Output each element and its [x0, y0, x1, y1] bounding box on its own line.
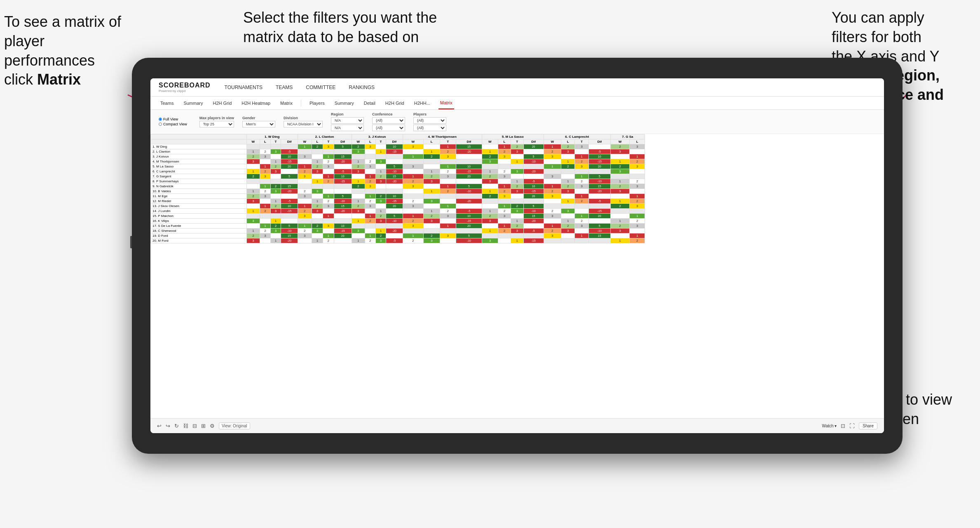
nav-teams[interactable]: TEAMS	[274, 85, 294, 90]
cell-r3-c2-s3	[386, 159, 403, 164]
cell-r8-c2-s3	[386, 184, 403, 189]
zoom-out-btn[interactable]: ⊟	[192, 423, 197, 429]
cell-r9-c4-s2: 3	[511, 189, 523, 194]
tab-h2h-heatmap[interactable]: H2H Heatmap	[240, 97, 272, 109]
cell-r8-c5-s0: 1	[544, 184, 561, 189]
redo-btn[interactable]: ↪	[166, 423, 170, 429]
max-players-select[interactable]: Top 25	[199, 121, 234, 127]
cell-r13-c2-s3	[386, 209, 403, 214]
gender-select[interactable]: Men's	[242, 121, 275, 127]
col-header-1: 1. W Ding	[246, 134, 298, 139]
radio-compact-view[interactable]: Compact View	[159, 122, 187, 126]
cell-r3-c0-s1	[260, 159, 271, 164]
table-row: 16. K Vilips31123-1023-1531-201212	[151, 219, 645, 224]
sh-l5: L	[498, 139, 511, 144]
settings-btn[interactable]: ⚙	[210, 423, 215, 429]
tab-matrix-active[interactable]: Matrix	[438, 97, 454, 109]
region-select-2[interactable]: N/A	[331, 125, 364, 131]
cell-r18-c0-s3: 15	[281, 233, 298, 238]
tab-h2h-grid-players[interactable]: H2H Grid	[384, 97, 406, 109]
logo-sub: Powered by clippd	[159, 89, 211, 93]
radio-full-view[interactable]: Full View	[159, 117, 187, 121]
cell-r3-c5-s0	[544, 159, 561, 164]
cell-r3-c5-s1: 1	[561, 159, 574, 164]
cell-r7-c5-s3: -10	[588, 179, 610, 184]
sh-w4: W	[403, 139, 423, 144]
players-filter-label: Players	[413, 112, 446, 116]
tab-teams[interactable]: Teams	[159, 97, 175, 109]
cell-r15-c0-s3	[281, 219, 298, 224]
cell-r12-c1-s2: 3	[323, 204, 334, 209]
watch-button[interactable]: Watch ▾	[822, 424, 837, 428]
cell-r11-c3-s2	[440, 199, 456, 204]
cell-r5-c3-s0	[403, 169, 423, 174]
tab-h2h-grid[interactable]: H2H Grid	[211, 97, 233, 109]
tab-summary-players[interactable]: Summary	[333, 97, 356, 109]
cell-r1-c1-s3	[334, 149, 352, 154]
cell-r18-c6-s0	[610, 233, 629, 238]
cell-r19-c1-s0	[298, 238, 312, 243]
cell-r13-c0-s1: 2	[260, 209, 271, 214]
zoom-in-btn[interactable]: ⊞	[201, 423, 206, 429]
cell-r16-c3-s0: 3	[403, 224, 423, 229]
table-row: 10. B Valdes123-202312-10123-1523-203	[151, 189, 645, 194]
fullscreen-btn[interactable]: ⛶	[849, 423, 855, 429]
link-btn[interactable]: ⛓	[183, 423, 188, 429]
cell-r3-c3-s2	[440, 159, 456, 164]
cell-r1-c2-s1	[365, 149, 376, 154]
cast-btn[interactable]: ⊡	[841, 423, 845, 429]
cell-r10-c1-s1	[312, 194, 323, 199]
tab-summary[interactable]: Summary	[182, 97, 204, 109]
conference-select-2[interactable]: (All)	[372, 125, 405, 131]
cell-r12-c6-s0: 2	[610, 204, 629, 209]
cell-r12-c1-s3: 15	[334, 204, 352, 209]
cell-r2-c1-s2: 1	[323, 154, 334, 159]
cell-r0-c6-s0: 2	[610, 144, 629, 149]
conference-select-1[interactable]: (All)	[372, 117, 405, 124]
cell-r0-c2-s1: 3	[365, 144, 376, 149]
cell-r16-c3-s3: 20	[456, 224, 482, 229]
cell-r18-c5-s1	[561, 233, 574, 238]
cell-r11-c2-s3: -15	[386, 199, 403, 204]
players-select-1[interactable]: (All)	[413, 117, 446, 124]
nav-rankings[interactable]: RANKINGS	[347, 85, 376, 90]
cell-r5-c4-s0: 1	[482, 169, 498, 174]
undo-btn[interactable]: ↩	[157, 423, 162, 429]
cell-r8-c0-s3: 15	[281, 184, 298, 189]
cell-r16-c3-s2: 1	[440, 224, 456, 229]
tab-matrix-teams[interactable]: Matrix	[279, 97, 294, 109]
cell-r5-c2-s1	[365, 169, 376, 174]
cell-r7-c3-s0: 2	[403, 179, 423, 184]
tab-players[interactable]: Players	[308, 97, 326, 109]
share-button[interactable]: Share	[859, 422, 877, 429]
nav-tournaments[interactable]: TOURNAMENTS	[223, 85, 264, 90]
cell-r1-c6-s1	[630, 149, 645, 154]
cell-r8-c6-s0: 2	[610, 184, 629, 189]
cell-r17-c5-s2	[575, 229, 588, 233]
cell-r14-c0-s3	[281, 214, 298, 219]
cell-r8-c5-s3: 15	[588, 184, 610, 189]
cell-r6-c1-s2: 1	[323, 174, 334, 179]
tab-h2h-h[interactable]: H2HH...	[413, 97, 432, 109]
cell-r0-c0-s2	[270, 144, 281, 149]
view-original-label[interactable]: View: Original	[219, 422, 250, 429]
cell-r13-c5-s1: 3	[561, 209, 574, 214]
tablet-screen: SCOREBOARD Powered by clippd TOURNAMENTS…	[150, 78, 884, 433]
region-select-1[interactable]: N/A	[331, 117, 364, 124]
tab-detail[interactable]: Detail	[362, 97, 377, 109]
cell-r11-c0-s1	[260, 199, 271, 204]
cell-r15-c6-s0: 1	[610, 219, 629, 224]
players-select-2[interactable]: (All)	[413, 125, 446, 131]
cell-r0-c4-s1: 1	[498, 144, 511, 149]
cell-r1-c6-s0: 3	[610, 149, 629, 154]
matrix-area[interactable]: 1. W Ding 2. L Clanton 3. J Koivun 4. M …	[150, 134, 884, 418]
refresh-btn[interactable]: ↻	[174, 423, 179, 429]
cell-r14-c3-s0: 1	[403, 214, 423, 219]
cell-r8-c3-s1	[423, 184, 440, 189]
cell-r17-c5-s3: -10	[588, 229, 610, 233]
cell-r18-c4-s2	[511, 233, 523, 238]
nav-committee[interactable]: COMMITTEE	[304, 85, 337, 90]
division-select[interactable]: NCAA Division I	[284, 121, 323, 127]
cell-r2-c1-s1	[312, 154, 323, 159]
cell-r11-c4-s3	[523, 199, 544, 204]
